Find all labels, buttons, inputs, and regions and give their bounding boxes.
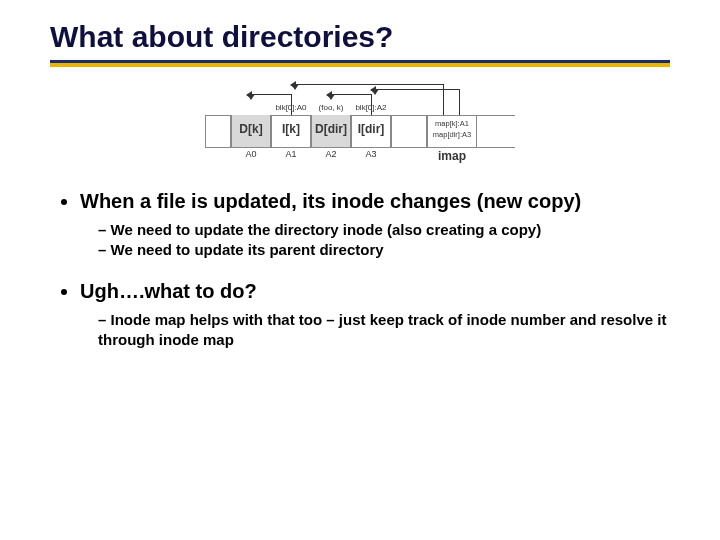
bullet-2: Ugh….what to do?	[80, 279, 670, 304]
imap-line-1: map[dir]:A3	[428, 130, 476, 139]
cell-label: I[dir]	[352, 123, 390, 136]
cell-ik: blk[0]:A0 I[k] A1	[271, 115, 311, 147]
subbullet-1a: We need to update the directory inode (a…	[98, 220, 670, 240]
cell-spacer0	[205, 115, 231, 147]
bullet-list-1: When a file is updated, its inode change…	[50, 189, 670, 214]
imap-line-0: map[k]:A1	[428, 119, 476, 128]
lfs-diagram: D[k] A0 blk[0]:A0 I[k] A1 (foo, k) D[dir…	[205, 81, 515, 171]
subbullet-list-2: Inode map helps with that too – just kee…	[50, 310, 670, 351]
cell-label: D[k]	[232, 123, 270, 136]
cell-below: A1	[272, 150, 310, 160]
bullet-list-2: Ugh….what to do?	[50, 279, 670, 304]
cell-below: A2	[312, 150, 350, 160]
arrow-imap-idir-h	[375, 89, 459, 90]
arrow-ik-dk-v	[291, 94, 292, 115]
arrow-ik-dk-h	[251, 94, 291, 95]
strip-rcap-t	[477, 115, 515, 116]
bullet-1: When a file is updated, its inode change…	[80, 189, 670, 214]
cell-label: D[dir]	[312, 123, 350, 136]
cell-above: (foo, k)	[312, 104, 350, 113]
arrow-imap-ik-h	[295, 84, 443, 85]
strip-rcap-b	[477, 147, 515, 148]
cell-below: A0	[232, 150, 270, 160]
arrow-idir-ddir-n	[327, 94, 335, 100]
cell-spacer1	[391, 115, 427, 147]
cell-dk: D[k] A0	[231, 115, 271, 147]
subbullet-list-1: We need to update the directory inode (a…	[50, 220, 670, 261]
arrow-idir-ddir-h	[331, 94, 371, 95]
title-rule-gold	[50, 63, 670, 67]
cell-below: A3	[352, 150, 390, 160]
imap-below: imap	[428, 150, 476, 163]
arrow-idir-ddir-v	[371, 94, 372, 115]
cell-imap: map[k]:A1 map[dir]:A3 imap	[427, 115, 477, 147]
arrow-imap-ik-n	[291, 84, 299, 90]
cell-idir: blk[0]:A2 I[dir] A3	[351, 115, 391, 147]
strip-border-bottom	[205, 147, 515, 148]
slide: What about directories? D[k] A0 blk[0]:A…	[0, 0, 720, 540]
cell-label: I[k]	[272, 123, 310, 136]
slide-title: What about directories?	[50, 20, 670, 54]
subbullet-2a: Inode map helps with that too – just kee…	[98, 310, 670, 351]
arrow-imap-idir-v	[459, 89, 460, 115]
cell-ddir: (foo, k) D[dir] A2	[311, 115, 351, 147]
arrow-ik-dk-n	[247, 94, 255, 100]
subbullet-1b: We need to update its parent directory	[98, 240, 670, 260]
arrow-imap-idir-n	[371, 89, 379, 95]
